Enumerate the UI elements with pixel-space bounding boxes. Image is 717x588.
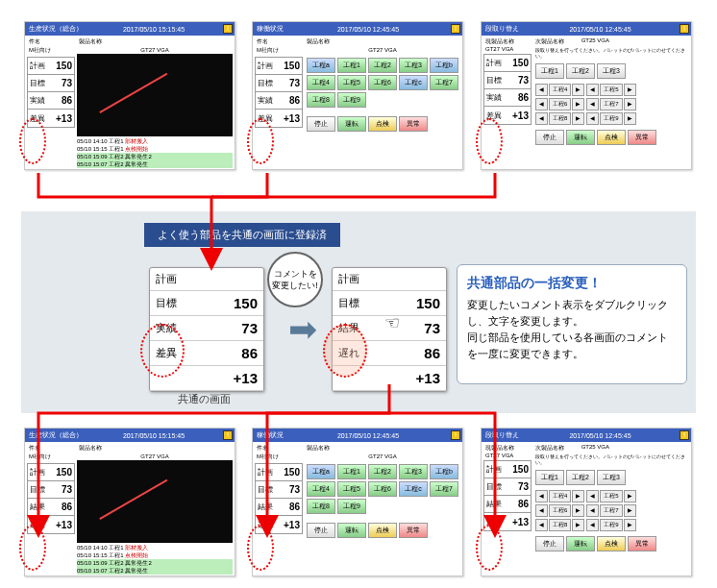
metric-box: 計画150 目標73 実績86 差異+13	[27, 57, 75, 128]
panel-operation: 稼働状況2017/05/10 12:45:45! 件名M社向け 計画150 目標…	[252, 21, 463, 170]
alert-icon[interactable]: !	[680, 430, 689, 440]
panel-operation-after: 稼働状況2017/05/10 12:45:45! 件名M社向け 計画150 目標…	[252, 428, 463, 576]
cursor-hand-icon: ☜	[384, 312, 400, 333]
alert-icon[interactable]: !	[223, 24, 233, 34]
panel-changeover-after: 段取り替え2017/05/10 12:45:45! 現製品名称GT27 VGA …	[481, 428, 692, 576]
panel-production-after: 生産状況（総合）2017/05/10 15:15:45! 件名M社向け 計画15…	[24, 428, 235, 576]
event-log: 05/10 14:10 工程1 部材搬入 05/10 15:15 工程1 点検開…	[77, 137, 233, 168]
panel-production: 生産状況（総合）2017/05/10 15:15:45! 件名M社向け 計画15…	[24, 21, 235, 170]
line-chart	[77, 54, 233, 136]
alert-icon[interactable]: !	[680, 24, 689, 34]
arrow-right-icon: ➡	[288, 309, 317, 350]
caption: 共通の画面	[178, 392, 231, 406]
alert-icon[interactable]: !	[223, 430, 233, 440]
panel-title: 生産状況（総合）	[27, 24, 85, 34]
speech-bubble: コメントを 変更したい!	[267, 252, 323, 307]
process-buttons: 工程a工程1工程2工程3 工程b工程4工程5工程6 工程c工程7工程8工程9	[305, 54, 460, 111]
alert-icon[interactable]: !	[451, 24, 460, 34]
alert-icon[interactable]: !	[451, 430, 460, 440]
panel-changeover: 段取り替え2017/05/10 12:45:45! 現製品名称GT27 VGA …	[481, 21, 692, 170]
banner: よく使う部品を共通の画面に登録済	[144, 223, 340, 247]
info-panel: 共通部品の一括変更！ 変更したいコメント表示をダブルクリック し、文字を変更しま…	[457, 264, 687, 384]
common-screen-before: 計画 目標150 実績73 差異86 +13	[149, 267, 264, 392]
